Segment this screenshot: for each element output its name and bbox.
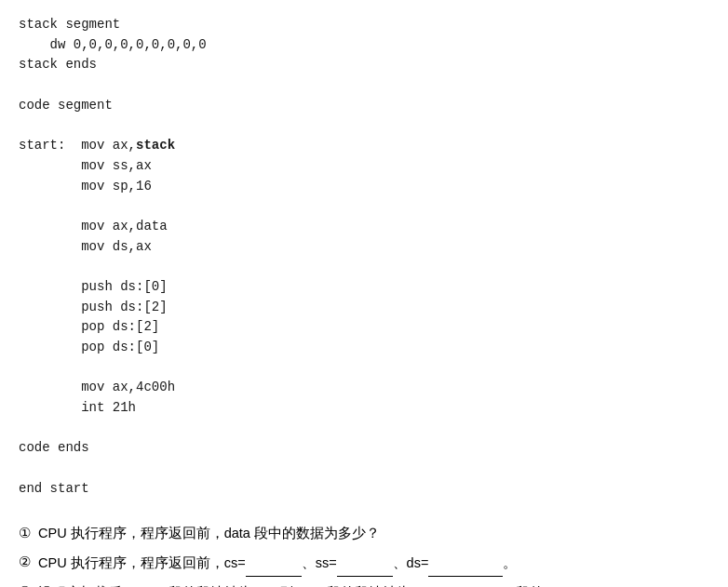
- code-line-22: code ends: [19, 438, 709, 459]
- code-line-10: [19, 196, 709, 217]
- code-line-23: [19, 459, 709, 479]
- code-line-6: [19, 115, 709, 136]
- code-line-3: stack ends: [19, 55, 709, 75]
- code-line-20: int 21h: [19, 398, 709, 419]
- code-line-13: [19, 257, 709, 277]
- code-line-15: push ds:[2]: [19, 298, 709, 318]
- blank-cs: [246, 549, 302, 577]
- bold-stack: stack: [136, 138, 175, 153]
- question-text-2: CPU 执行程序，程序返回前，cs= 、ss= 、ds= 。: [38, 549, 709, 577]
- question-num-2: ②: [19, 549, 31, 576]
- question-3: ③ 设程序加载后，code 段的段地址为 X，则 data 段的段地址为 ，st…: [19, 579, 709, 588]
- blank-ds: [428, 549, 503, 577]
- code-line-1: stack segment: [19, 15, 709, 35]
- questions-section: ① CPU 执行程序，程序返回前，data 段中的数据为多少？ ② CPU 执行…: [19, 520, 709, 588]
- code-line-18: [19, 358, 709, 379]
- code-line-4: [19, 75, 709, 96]
- code-line-2: dw 0,0,0,0,0,0,0,0,0: [19, 35, 709, 56]
- code-line-16: pop ds:[2]: [19, 317, 709, 338]
- code-line-21: [19, 419, 709, 439]
- code-line-14: push ds:[0]: [19, 277, 709, 298]
- code-line-7: start: mov ax,stack: [19, 136, 709, 156]
- question-text-1: CPU 执行程序，程序返回前，data 段中的数据为多少？: [38, 520, 709, 547]
- code-line-24: end start: [19, 479, 709, 500]
- code-line-12: mov ds,ax: [19, 237, 709, 258]
- code-line-5: code segment: [19, 96, 709, 116]
- code-block: stack segment dw 0,0,0,0,0,0,0,0,0 stack…: [19, 15, 709, 500]
- code-line-11: mov ax,data: [19, 217, 709, 237]
- code-line-19: mov ax,4c00h: [19, 378, 709, 398]
- question-num-1: ①: [19, 520, 31, 547]
- question-text-3: 设程序加载后，code 段的段地址为 X，则 data 段的段地址为 ，stac…: [38, 579, 544, 588]
- blank-ss: [337, 549, 393, 577]
- question-1: ① CPU 执行程序，程序返回前，data 段中的数据为多少？: [19, 520, 709, 547]
- code-line-17: pop ds:[0]: [19, 338, 709, 358]
- code-line-8: mov ss,ax: [19, 156, 709, 177]
- question-2: ② CPU 执行程序，程序返回前，cs= 、ss= 、ds= 。: [19, 549, 709, 577]
- question-num-3: ③: [19, 579, 31, 588]
- code-line-9: mov sp,16: [19, 177, 709, 197]
- blank-data-addr: [411, 579, 466, 588]
